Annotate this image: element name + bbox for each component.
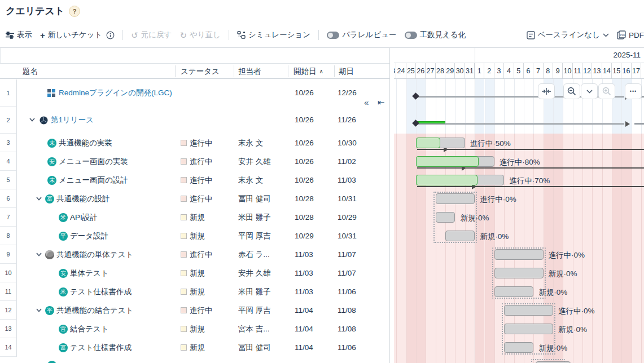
subject-text[interactable]: 共通機能の設計: [56, 189, 110, 208]
expand-chevron-icon[interactable]: [36, 253, 42, 256]
assignee-cell: 安井 久雄: [238, 152, 271, 171]
task-bar[interactable]: [504, 305, 553, 316]
status-color-icon: [181, 140, 187, 146]
day-gridline: [504, 79, 505, 134]
status-cell: 新規: [181, 208, 205, 227]
expand-chevron-icon[interactable]: [36, 197, 42, 201]
assignee-cell: 末永 文: [238, 171, 263, 189]
status-cell: 進行中: [181, 245, 213, 264]
table-row[interactable]: 5末メニュー画面の設計進行中末永 文10/2611/03: [0, 171, 389, 189]
table-row[interactable]: 10安単体テスト新規安井 久雄11/0311/07: [0, 264, 389, 282]
table-row[interactable]: 3末共通機能の実装進行中末永 文10/2610/30: [0, 134, 389, 152]
day-cell: 17: [632, 63, 641, 78]
fit-to-today-button[interactable]: [538, 83, 555, 99]
task-bar-label: 進行中·0%: [549, 250, 585, 260]
status-cell: 進行中: [181, 189, 213, 208]
row-number: 2: [0, 107, 17, 134]
table-row[interactable]: 6冨共通機能の設計進行中冨田 健司10/2810/31: [0, 189, 389, 208]
baseline-selector[interactable]: ベースラインなし: [527, 30, 609, 40]
table-row[interactable]: 8平データ設計新規平岡 厚吉10/2910/31: [0, 227, 389, 245]
task-bar[interactable]: [494, 268, 544, 278]
subject-text[interactable]: データ設計: [70, 227, 108, 245]
assignee-avatar: 末: [47, 139, 56, 148]
table-row[interactable]: 4安メニュー画面の実装進行中安井 久雄10/2611/02: [0, 152, 389, 171]
table-row[interactable]: 2第1リリース10/2611/26: [0, 107, 389, 134]
version-icon: [40, 116, 48, 125]
subject-text[interactable]: 共通機能の実装: [59, 134, 112, 152]
subject-text[interactable]: API設計: [70, 208, 98, 227]
summary-line[interactable]: [416, 123, 624, 125]
weekend-stripe: [416, 79, 426, 134]
row-number: 5: [0, 171, 17, 189]
table-row[interactable]: 11米テスト仕様書作成新規米田 雛子11/0311/06: [0, 282, 389, 301]
table-gantt-splitter[interactable]: [389, 48, 394, 363]
subject-text[interactable]: 単体テスト: [70, 264, 108, 282]
day-cell: 1: [475, 63, 484, 78]
task-bar-label: 新規·0%: [538, 343, 567, 353]
pdf-export-button[interactable]: PDF PDF: [617, 30, 644, 39]
task-bar-label: 新規·0%: [538, 287, 567, 298]
task-bar[interactable]: [504, 324, 553, 334]
zoom-level-select[interactable]: [581, 83, 598, 99]
day-gridline: [524, 79, 524, 134]
assignee-avatar: 平: [59, 232, 68, 241]
assignee-avatar: 宮: [59, 325, 68, 334]
task-progress-bar: [416, 156, 479, 167]
subject-text[interactable]: テスト仕様書作成: [70, 282, 132, 301]
day-gridline: [406, 134, 407, 363]
zoom-out-button[interactable]: [563, 83, 580, 99]
task-bar-label: 新規·0%: [558, 325, 587, 335]
subject-text[interactable]: メニュー画面の実装: [59, 152, 128, 171]
subject-text[interactable]: テスト仕様書作成: [70, 338, 132, 357]
table-row[interactable]: 13宮結合テスト新規宮本 吉...11/0411/08: [0, 320, 389, 338]
assignee-cell: 平岡 厚吉: [238, 301, 271, 320]
zoom-in-button[interactable]: [598, 83, 615, 99]
task-bar[interactable]: [494, 249, 544, 260]
day-cell: 10: [563, 63, 572, 78]
subject-text[interactable]: 結合テスト: [70, 320, 108, 338]
assignee-cell: 米田 雛子: [238, 282, 271, 301]
table-row[interactable]: 12平共通機能の結合テスト進行中平岡 厚吉11/0411/08: [0, 301, 389, 320]
start-date-cell: 11/04: [295, 301, 313, 320]
start-date-cell: 11/03: [295, 282, 313, 301]
day-cell: 26: [416, 63, 426, 78]
table-row[interactable]: 7米API設計新規米田 雛子10/2810/29: [0, 208, 389, 227]
status-color-icon: [181, 158, 187, 165]
assignee-avatar: [47, 361, 56, 363]
subject-link[interactable]: 第1リリース: [51, 107, 94, 134]
task-bar[interactable]: [436, 193, 475, 204]
subject-text[interactable]: 共通機能の単体テスト: [56, 245, 133, 264]
expand-chevron-icon[interactable]: [36, 308, 42, 312]
subject-text[interactable]: メニュー画面の設計: [59, 171, 128, 189]
more-options-button[interactable]: •••: [625, 83, 642, 99]
status-cell: 新規: [181, 320, 205, 338]
table-row[interactable]: 14冨テスト仕様書作成新規冨田 健司11/0411/06: [0, 338, 389, 357]
start-date-cell: 10/28: [295, 189, 314, 208]
day-gridline: [426, 79, 426, 134]
task-bar[interactable]: [436, 212, 455, 223]
table-row[interactable]: 1Redmineプラグインの開発(LGC)10/2612/26: [0, 79, 389, 107]
day-cell: 5: [514, 63, 524, 78]
task-bar[interactable]: [445, 231, 475, 241]
due-date-cell: 11/06: [338, 282, 356, 301]
subject-link[interactable]: Redmineプラグインの開発(LGC): [59, 79, 172, 107]
status-cell: 進行中: [181, 134, 213, 152]
status-color-icon: [181, 177, 187, 183]
day-gridline: [436, 79, 436, 134]
day-cell: 6: [524, 63, 533, 78]
day-cell: 24: [396, 63, 406, 78]
weekend-stripe: [475, 79, 484, 134]
status-cell: 新規: [181, 264, 205, 282]
task-bar[interactable]: [494, 286, 533, 297]
start-date-cell: 11/04: [295, 338, 313, 357]
assignee-avatar: 平: [45, 306, 54, 315]
subject-text[interactable]: 共通機能の結合テスト: [56, 301, 133, 320]
effort-visualize-toggle[interactable]: 工数見える化: [405, 30, 466, 40]
status-color-icon: [181, 251, 187, 258]
expand-chevron-icon[interactable]: [29, 118, 35, 122]
table-row[interactable]: 9共通機能の単体テスト進行中赤石 ラ...11/0311/07: [0, 245, 389, 264]
task-bar[interactable]: [504, 342, 533, 353]
day-gridline: [494, 79, 495, 134]
start-date-cell: 11/04: [295, 320, 313, 338]
row-number: 13: [0, 320, 17, 338]
